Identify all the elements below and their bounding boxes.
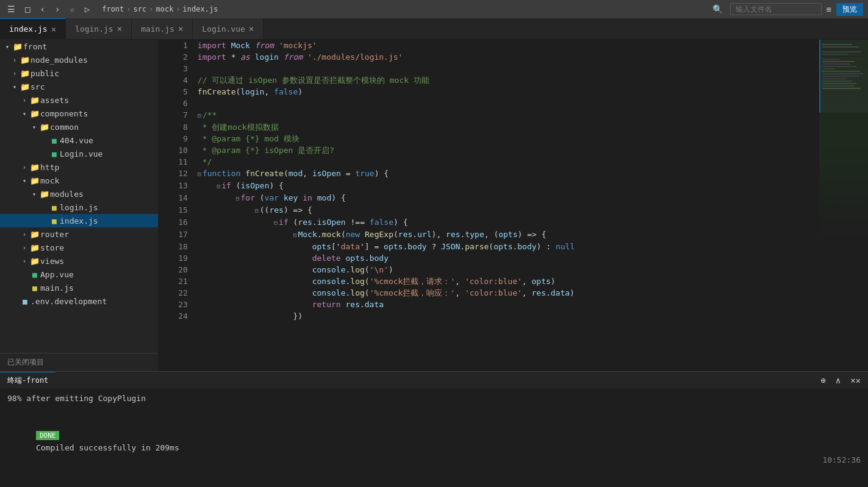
sidebar-item-modules[interactable]: ▾ 📁 modules <box>0 187 158 201</box>
search-input[interactable] <box>730 3 822 15</box>
breadcrumb-front[interactable]: front <box>102 5 124 13</box>
sidebar-item-public[interactable]: › 📁 public <box>0 66 158 80</box>
line-num-3: 3 <box>159 63 198 74</box>
tab-close-index-js[interactable]: × <box>51 24 56 34</box>
chevron-down-icon-modules: ▾ <box>29 191 39 197</box>
line-21: 21 console.log('%cmock拦截，请求：', 'color:bl… <box>159 275 819 287</box>
sidebar-item-404-vue[interactable]: › ■ 404.vue <box>0 133 158 147</box>
sidebar-label-components: components <box>40 109 88 118</box>
line-num-2: 2 <box>159 51 198 63</box>
chevron-up-icon[interactable]: ∧ <box>833 374 843 386</box>
chevron-right-icon: › <box>10 57 20 63</box>
tab-login-vue[interactable]: Login.vue × <box>193 18 264 39</box>
fold-btn-7[interactable]: ⊟ <box>198 112 201 119</box>
run-icon[interactable]: ▷ <box>82 3 92 15</box>
sidebar-item-node-modules[interactable]: › 📁 node_modules <box>0 53 158 66</box>
sidebar-item-router[interactable]: › 📁 router <box>0 227 158 241</box>
chevron-right-icon-assets: › <box>20 97 29 104</box>
close-panel-icon[interactable]: ×✕ <box>848 374 863 386</box>
line-17: 17 ⊟Mock.mock(new RegExp(res.url), res.t… <box>159 229 819 241</box>
tab-close-main-js[interactable]: × <box>178 24 183 34</box>
line-content-15: ⊟((res) => { <box>198 204 819 216</box>
line-13: 13 ⊟if (isOpen) { <box>159 180 819 192</box>
fold-btn-17[interactable]: ⊟ <box>293 232 296 238</box>
line-num-6: 6 <box>159 98 198 109</box>
breadcrumb-sep2: › <box>149 5 153 13</box>
tab-login-js[interactable]: login.js × <box>66 18 132 39</box>
tab-index-js[interactable]: index.js × <box>0 18 66 39</box>
line-num-14: 14 <box>159 192 198 204</box>
sidebar-content: ▾ 📁 front › 📁 node_modules › 📁 public ▾ … <box>0 40 158 353</box>
sidebar-item-assets[interactable]: › 📁 assets <box>0 93 158 107</box>
chevron-down-icon-common: ▾ <box>29 124 39 130</box>
line-content-13: ⊟if (isOpen) { <box>198 180 819 192</box>
sidebar-label-main-js: main.js <box>40 283 74 293</box>
sidebar-item-src[interactable]: ▾ 📁 src <box>0 80 158 93</box>
terminal-content[interactable]: 98% after emitting CopyPlugin DONE Compi… <box>0 389 868 487</box>
sidebar-label-env-dev: .env.development <box>30 297 107 306</box>
sidebar-item-env-dev[interactable]: › ■ .env.development <box>0 294 158 308</box>
sidebar-item-login-vue[interactable]: › ■ Login.vue <box>0 147 158 160</box>
star-icon[interactable]: ☆ <box>67 3 77 15</box>
sidebar-label-router: router <box>40 230 69 239</box>
sidebar-label-login-js: login.js <box>60 203 98 212</box>
new-file-icon[interactable]: □ <box>23 3 32 15</box>
line-num-7: 7 <box>159 109 198 121</box>
line-num-5: 5 <box>159 86 198 98</box>
fold-btn-14[interactable]: ⊟ <box>235 195 239 202</box>
tab-close-login-js[interactable]: × <box>117 24 122 34</box>
sidebar-item-main-js[interactable]: › ■ main.js <box>0 281 158 294</box>
back-icon[interactable]: ‹ <box>37 3 47 15</box>
terminal-tab[interactable]: 终端-front <box>0 372 56 388</box>
terminal-line-1: 98% after emitting CopyPlugin <box>7 393 861 405</box>
sidebar-label-front: front <box>23 42 47 51</box>
sidebar: ▾ 📁 front › 📁 node_modules › 📁 public ▾ … <box>0 40 159 371</box>
line-num-18: 18 <box>159 241 198 252</box>
tab-close-login-vue[interactable]: × <box>249 24 254 34</box>
line-23: 23 return res.data <box>159 299 819 310</box>
sidebar-item-common[interactable]: ▾ 📁 common <box>0 120 158 133</box>
folder-icon-public: 📁 <box>20 69 30 78</box>
filter-icon[interactable]: ≡ <box>827 4 831 14</box>
code-table: 1 import Mock from 'mockjs' 2 import * a… <box>159 40 819 322</box>
forward-icon[interactable]: › <box>52 3 62 15</box>
new-terminal-icon[interactable]: ⊕ <box>818 374 828 386</box>
tab-label-main-js: main.js <box>141 24 174 34</box>
sidebar-item-mock[interactable]: ▾ 📁 mock <box>0 174 158 187</box>
line-content-4: // 可以通过 isOpen 参数设置是否拦截整个模块的 mock 功能 <box>198 74 819 86</box>
line-content-24: }) <box>198 310 819 322</box>
fold-btn-16[interactable]: ⊟ <box>274 219 278 226</box>
line-num-24: 24 <box>159 310 198 322</box>
sidebar-item-views[interactable]: › 📁 views <box>0 254 158 268</box>
code-editor[interactable]: 1 import Mock from 'mockjs' 2 import * a… <box>159 40 819 371</box>
fold-btn-15[interactable]: ⊟ <box>255 207 259 214</box>
sidebar-label-public: public <box>30 69 59 78</box>
line-10: 10 * @param {*} isOpen 是否开启? <box>159 144 819 156</box>
breadcrumb-src[interactable]: src <box>134 5 147 13</box>
sidebar-item-login-js[interactable]: › ■ login.js <box>0 201 158 214</box>
editor-area: 1 import Mock from 'mockjs' 2 import * a… <box>159 40 868 371</box>
file-icon-env-dev: ■ <box>20 297 30 306</box>
preview-button[interactable]: 预览 <box>836 3 863 16</box>
line-6: 6 <box>159 98 819 109</box>
menu-icon[interactable]: ☰ <box>5 3 18 15</box>
sidebar-item-index-js[interactable]: › ■ index.js <box>0 214 158 227</box>
fold-btn-13[interactable]: ⊟ <box>217 183 220 190</box>
sidebar-item-http[interactable]: › 📁 http <box>0 160 158 174</box>
folder-icon-store: 📁 <box>29 243 40 252</box>
sidebar-item-store[interactable]: › 📁 store <box>0 241 158 254</box>
fold-btn-12[interactable]: ⊟ <box>198 171 201 177</box>
tab-main-js[interactable]: main.js × <box>132 18 193 39</box>
sidebar-item-app-vue[interactable]: › ■ App.vue <box>0 268 158 281</box>
breadcrumb-file[interactable]: index.js <box>183 5 218 13</box>
sidebar-item-components[interactable]: ▾ 📁 components <box>0 107 158 120</box>
chevron-down-icon-src: ▾ <box>10 84 20 90</box>
file-icon-main-js: ■ <box>29 283 40 293</box>
file-icon[interactable]: 🔍 <box>710 3 725 15</box>
line-content-5: fnCreate(login, false) <box>198 86 819 98</box>
folder-icon-mock: 📁 <box>29 176 40 185</box>
breadcrumb-mock[interactable]: mock <box>156 5 173 13</box>
sidebar-item-front[interactable]: ▾ 📁 front <box>0 40 158 53</box>
breadcrumb-sep3: › <box>176 5 180 13</box>
sidebar-footer[interactable]: 已关闭项目 <box>0 353 158 371</box>
